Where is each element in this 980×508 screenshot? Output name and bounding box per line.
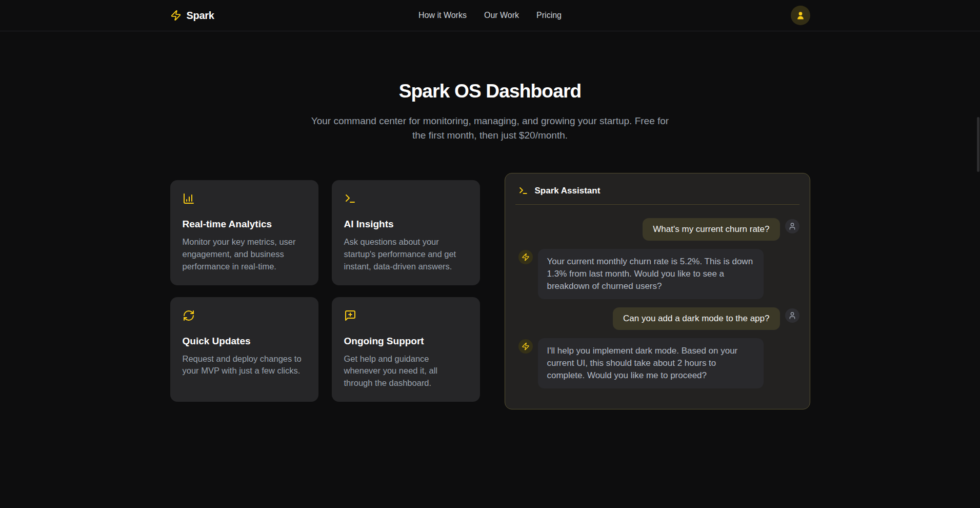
refresh-icon xyxy=(183,309,195,322)
message-square-plus-icon xyxy=(344,309,356,322)
zap-icon xyxy=(522,342,530,350)
user-icon xyxy=(795,10,806,21)
nav-link-how-it-works[interactable]: How it Works xyxy=(418,11,467,20)
account-avatar-button[interactable] xyxy=(791,6,810,25)
brand[interactable]: Spark xyxy=(170,10,419,22)
terminal-icon xyxy=(344,192,356,205)
user-avatar xyxy=(785,308,799,323)
main-nav: How it Works Our Work Pricing xyxy=(418,11,562,20)
page-subtitle: Your command center for monitoring, mana… xyxy=(306,114,675,143)
assistant-panel-title: Spark Assistant xyxy=(535,186,601,196)
page-title: Spark OS Dashboard xyxy=(0,81,980,103)
hero-section: Spark OS Dashboard Your command center f… xyxy=(0,31,980,143)
feature-card-ai-insights: AI Insights Ask questions about your sta… xyxy=(332,180,480,285)
assistant-message-bubble: I'll help you implement dark mode. Based… xyxy=(538,338,764,388)
zap-icon xyxy=(170,10,182,21)
terminal-icon xyxy=(518,186,528,196)
nav-link-pricing[interactable]: Pricing xyxy=(536,11,562,20)
user-message-bubble: Can you add a dark mode to the app? xyxy=(613,307,779,330)
feature-title: Real-time Analytics xyxy=(183,219,306,230)
feature-title: Quick Updates xyxy=(183,336,306,347)
feature-card-realtime-analytics: Real-time Analytics Monitor your key met… xyxy=(170,180,318,285)
feature-title: AI Insights xyxy=(344,219,468,230)
feature-description: Get help and guidance whenever you need … xyxy=(344,353,468,390)
chart-column-icon xyxy=(183,192,195,205)
feature-description: Ask questions about your startup's perfo… xyxy=(344,236,468,273)
feature-card-quick-updates: Quick Updates Request and deploy changes… xyxy=(170,297,318,402)
chat-messages: What's my current churn rate? Your curre… xyxy=(505,205,810,409)
zap-icon xyxy=(522,253,530,261)
spark-assistant-panel: Spark Assistant What's my current churn … xyxy=(505,173,810,409)
site-header: Spark How it Works Our Work Pricing xyxy=(0,0,980,31)
nav-link-our-work[interactable]: Our Work xyxy=(484,11,519,20)
brand-name: Spark xyxy=(187,10,214,22)
assistant-message-bubble: Your current monthly churn rate is 5.2%.… xyxy=(538,249,764,299)
feature-card-ongoing-support: Ongoing Support Get help and guidance wh… xyxy=(332,297,480,402)
user-avatar xyxy=(785,219,799,233)
main-content: Real-time Analytics Monitor your key met… xyxy=(170,173,810,409)
assistant-avatar xyxy=(518,250,533,264)
user-message-bubble: What's my current churn rate? xyxy=(643,218,779,241)
feature-description: Monitor your key metrics, user engagemen… xyxy=(183,236,306,273)
assistant-avatar xyxy=(518,339,533,354)
chat-message-user: What's my current churn rate? xyxy=(518,218,799,241)
user-icon xyxy=(788,311,796,320)
assistant-panel-header: Spark Assistant xyxy=(505,173,810,204)
feature-title: Ongoing Support xyxy=(344,336,468,347)
feature-description: Request and deploy changes to your MVP w… xyxy=(183,353,306,378)
chat-message-assistant: Your current monthly churn rate is 5.2%.… xyxy=(518,249,799,299)
vertical-scrollbar-thumb[interactable] xyxy=(977,117,979,172)
features-grid: Real-time Analytics Monitor your key met… xyxy=(170,180,480,402)
chat-message-assistant: I'll help you implement dark mode. Based… xyxy=(518,338,799,388)
user-icon xyxy=(788,222,796,230)
chat-message-user: Can you add a dark mode to the app? xyxy=(518,307,799,330)
